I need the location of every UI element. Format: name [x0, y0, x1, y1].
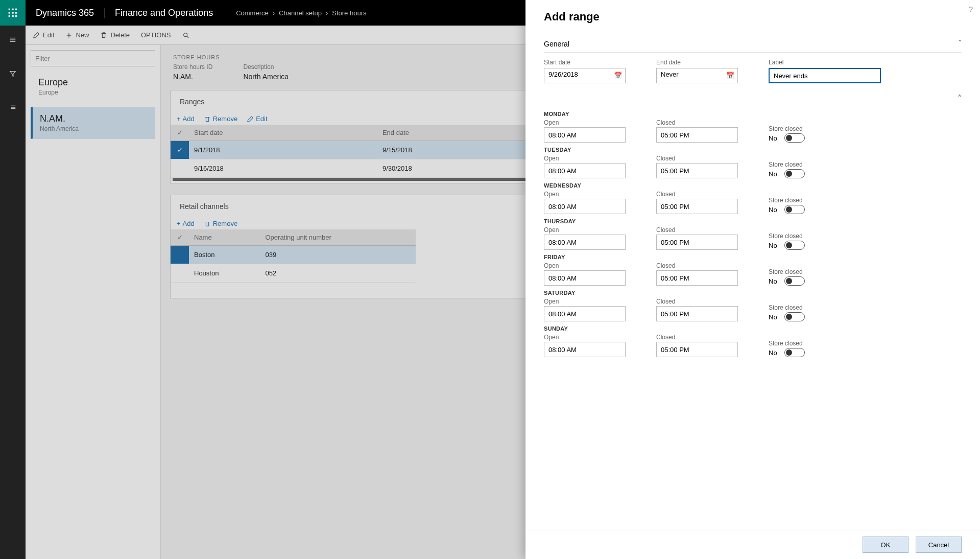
closed-label: Closed	[656, 298, 738, 305]
hamburger-icon	[9, 36, 16, 43]
add-range-panel: ? Add range General ˄ Start date 9/26/20…	[525, 0, 980, 559]
close-time-input[interactable]	[656, 235, 738, 250]
day-label: THURSDAY	[544, 218, 962, 224]
open-label: Open	[544, 191, 626, 198]
toggle-value: No	[769, 242, 777, 249]
store-closed-toggle[interactable]	[784, 133, 805, 143]
general-label: General	[544, 40, 569, 48]
app-launcher-button[interactable]	[0, 0, 26, 26]
store-closed-toggle[interactable]	[784, 312, 805, 321]
svg-rect-1	[12, 9, 13, 10]
cancel-button[interactable]: Cancel	[916, 537, 962, 553]
open-label: Open	[544, 155, 626, 162]
end-date-value: Never	[661, 71, 679, 78]
store-closed-toggle[interactable]	[784, 205, 805, 214]
chevron-right-icon: ›	[273, 9, 275, 17]
store-closed-label: Store closed	[769, 304, 803, 311]
chevron-up-icon: ˄	[958, 39, 962, 47]
brand-secondary: Finance and Operations	[105, 8, 223, 18]
store-closed-label: Store closed	[769, 340, 803, 347]
svg-rect-3	[9, 12, 10, 13]
left-nav-rail	[0, 26, 26, 559]
breadcrumb-item[interactable]: Channel setup	[279, 9, 322, 17]
end-date-input[interactable]: Never 📅	[656, 68, 738, 83]
toggle-value: No	[769, 170, 777, 178]
day-label: MONDAY	[544, 111, 962, 117]
svg-rect-5	[15, 12, 17, 13]
store-closed-label: Store closed	[769, 268, 803, 275]
day-label: WEDNESDAY	[544, 182, 962, 189]
day-label: TUESDAY	[544, 147, 962, 153]
start-date-value: 9/26/2018	[548, 71, 578, 78]
start-date-input[interactable]: 9/26/2018 📅	[544, 68, 626, 83]
breadcrumb-item[interactable]: Commerce	[236, 9, 269, 17]
closed-label: Closed	[656, 226, 738, 234]
toggle-value: No	[769, 349, 777, 357]
store-closed-toggle[interactable]	[784, 276, 805, 286]
help-button[interactable]: ?	[969, 5, 973, 13]
svg-rect-0	[9, 9, 10, 10]
funnel-icon	[9, 70, 16, 77]
open-time-input[interactable]	[544, 199, 626, 214]
store-closed-toggle[interactable]	[784, 169, 805, 178]
toggle-value: No	[769, 277, 777, 285]
open-label: Open	[544, 119, 626, 126]
calendar-icon[interactable]: 📅	[614, 72, 622, 79]
breadcrumb: Commerce › Channel setup › Store hours	[223, 9, 379, 17]
open-time-input[interactable]	[544, 342, 626, 357]
store-closed-label: Store closed	[769, 197, 803, 204]
open-label: Open	[544, 298, 626, 305]
svg-rect-2	[15, 9, 17, 10]
close-time-input[interactable]	[656, 342, 738, 357]
nav-hamburger-button[interactable]	[4, 31, 22, 49]
close-time-input[interactable]	[656, 270, 738, 286]
label-input[interactable]	[769, 68, 881, 83]
open-time-input[interactable]	[544, 306, 626, 321]
open-time-input[interactable]	[544, 127, 626, 143]
label-field-label: Label	[769, 59, 881, 66]
calendar-icon[interactable]: 📅	[726, 72, 734, 79]
svg-rect-7	[12, 15, 13, 17]
list-icon	[9, 104, 16, 111]
svg-rect-6	[9, 15, 10, 17]
closed-label: Closed	[656, 334, 738, 341]
day-label: SATURDAY	[544, 290, 962, 296]
store-closed-label: Store closed	[769, 125, 803, 132]
open-time-input[interactable]	[544, 270, 626, 286]
closed-label: Closed	[656, 262, 738, 269]
close-time-input[interactable]	[656, 306, 738, 321]
nav-filter-button[interactable]	[4, 64, 22, 83]
close-time-input[interactable]	[656, 127, 738, 143]
store-closed-label: Store closed	[769, 232, 803, 240]
close-time-input[interactable]	[656, 163, 738, 178]
closed-label: Closed	[656, 119, 738, 126]
ok-button[interactable]: OK	[863, 537, 909, 553]
open-label: Open	[544, 226, 626, 234]
toggle-value: No	[769, 313, 777, 321]
day-label: SUNDAY	[544, 325, 962, 332]
store-closed-toggle[interactable]	[784, 348, 805, 357]
toggle-value: No	[769, 206, 777, 214]
open-label: Open	[544, 262, 626, 269]
svg-rect-4	[12, 12, 13, 13]
open-time-input[interactable]	[544, 235, 626, 250]
days-section-header[interactable]: ˄	[544, 90, 962, 101]
end-date-label: End date	[656, 59, 738, 66]
chevron-up-icon: ˄	[958, 94, 962, 103]
chevron-right-icon: ›	[326, 9, 328, 17]
store-closed-toggle[interactable]	[784, 241, 805, 250]
day-label: FRIDAY	[544, 254, 962, 260]
breadcrumb-item[interactable]: Store hours	[332, 9, 366, 17]
toggle-value: No	[769, 134, 777, 142]
panel-footer: OK Cancel	[525, 530, 980, 559]
start-date-label: Start date	[544, 59, 626, 66]
store-closed-label: Store closed	[769, 161, 803, 168]
closed-label: Closed	[656, 191, 738, 198]
closed-label: Closed	[656, 155, 738, 162]
nav-list-button[interactable]	[4, 98, 22, 117]
panel-title: Add range	[544, 10, 962, 24]
open-time-input[interactable]	[544, 163, 626, 178]
close-time-input[interactable]	[656, 199, 738, 214]
open-label: Open	[544, 334, 626, 341]
general-section-header[interactable]: General ˄	[544, 36, 962, 53]
